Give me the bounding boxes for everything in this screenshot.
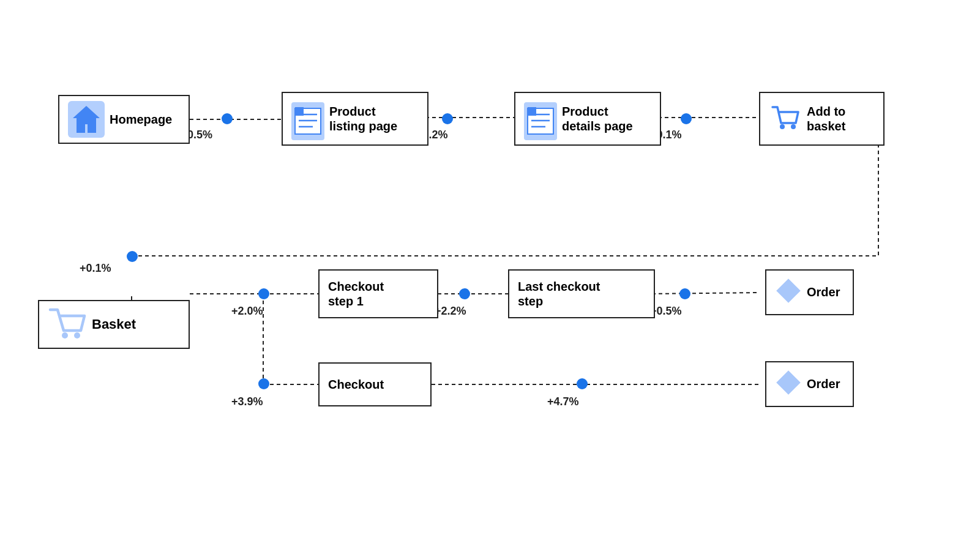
label-cs1-lcs: +2.2% (435, 305, 466, 318)
order1-node: Order (765, 269, 854, 315)
flow-diagram: Homepage Productlisting page (0, 0, 980, 535)
dot-basket-checkout (258, 378, 269, 389)
last-checkout-node: Last checkoutstep (508, 269, 655, 318)
dot-plp-pdp (442, 113, 453, 124)
dot-hp-plp (222, 113, 233, 124)
checkout-label: Checkout (328, 378, 384, 392)
product-details-node: Productdetails page (514, 92, 661, 146)
home-icon (68, 101, 105, 138)
svg-point-30 (791, 124, 796, 129)
svg-point-33 (74, 332, 80, 339)
svg-point-32 (62, 332, 68, 339)
checkout-node: Checkout (318, 362, 432, 406)
dot-cs1-lcs (459, 288, 470, 299)
last-checkout-label: Last checkoutstep (518, 279, 600, 309)
checkout-step1-node: Checkoutstep 1 (318, 269, 438, 318)
checkout-step1-label: Checkoutstep 1 (328, 279, 384, 309)
add-to-basket-label: Add tobasket (807, 104, 845, 133)
dot-basket-cs1 (258, 288, 269, 299)
label-basket-cs1: +2.0% (231, 305, 263, 318)
order2-node: Order (765, 361, 854, 407)
dot-pdp-atb (681, 113, 692, 124)
product-listing-node: Productlisting page (282, 92, 428, 146)
flow-lines (0, 0, 980, 535)
diamond1-icon (775, 277, 802, 307)
order2-label: Order (807, 377, 840, 391)
product-listing-label: Productlisting page (329, 104, 397, 133)
cart-icon (769, 102, 802, 135)
dot-atb-basket (127, 251, 138, 262)
product-details-label: Productdetails page (562, 104, 633, 133)
order1-label: Order (807, 285, 840, 299)
homepage-node: Homepage (58, 95, 190, 144)
svg-rect-27 (528, 107, 536, 116)
add-to-basket-node: Add tobasket (759, 92, 885, 146)
basket-node: Basket (38, 300, 190, 349)
svg-line-11 (652, 293, 759, 294)
svg-rect-37 (776, 370, 801, 395)
label-atb-basket: +0.1% (80, 262, 111, 275)
svg-rect-21 (295, 107, 304, 116)
label-basket-checkout: +3.9% (231, 395, 263, 408)
svg-point-29 (780, 124, 785, 129)
list-icon (291, 102, 324, 135)
homepage-label: Homepage (110, 113, 172, 127)
dot-checkout-order2 (577, 378, 588, 389)
details-list-icon (524, 102, 557, 135)
dot-lcs-order1 (679, 288, 690, 299)
basket-cart-icon (48, 304, 87, 346)
diamond2-icon (775, 369, 802, 399)
basket-label: Basket (92, 316, 136, 332)
svg-rect-35 (776, 279, 801, 303)
label-checkout-order2: +4.7% (547, 395, 579, 408)
